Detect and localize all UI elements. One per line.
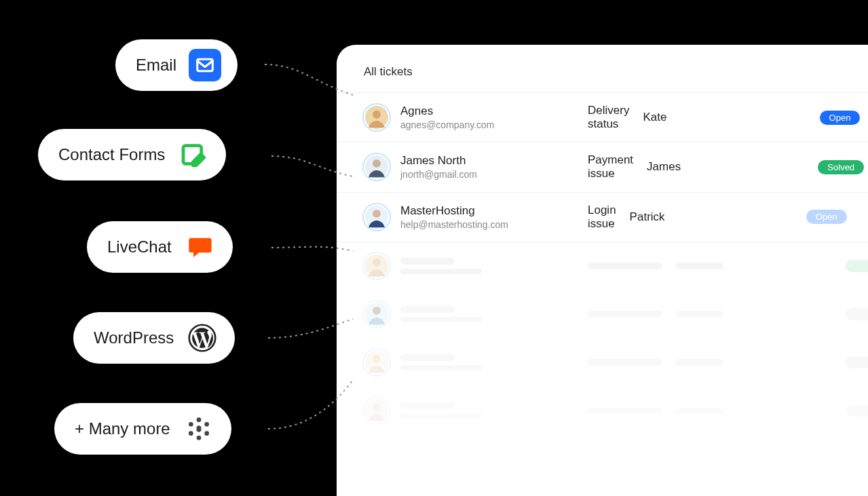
svg-point-2 (196, 417, 201, 422)
svg-point-11 (373, 159, 381, 168)
avatar (364, 349, 390, 375)
avatar (364, 301, 390, 327)
ticket-row-placeholder (337, 290, 868, 339)
wordpress-icon (186, 322, 219, 354)
ticket-user-email: jnorth@gmail.com (400, 168, 477, 180)
avatar (364, 154, 390, 180)
ticket-status-badge: Open (820, 111, 861, 125)
ticket-row[interactable]: MasterHosting help@masterhosting.com Log… (337, 193, 868, 242)
panel-title: All tickets (337, 45, 868, 93)
more-icon (183, 413, 215, 445)
form-icon (177, 138, 210, 171)
source-pill-livechat[interactable]: LiveChat (87, 221, 233, 273)
tickets-panel: All tickets Agnes agnes@company.com Deli… (337, 45, 868, 496)
ticket-assignee: James (647, 160, 769, 174)
svg-point-15 (373, 259, 381, 267)
ticket-row-placeholder (337, 387, 868, 435)
sources-column: Email Contact Forms LiveChat WordPress +… (0, 0, 339, 496)
ticket-assignee: Patrick (630, 210, 752, 224)
source-label: + Many more (75, 419, 170, 438)
ticket-assignee: Kate (643, 111, 765, 124)
avatar (364, 204, 390, 230)
avatar (364, 104, 390, 130)
svg-point-4 (204, 422, 209, 427)
ticket-user-email: help@masterhosting.com (400, 218, 508, 231)
ticket-user-name: MasterHosting (400, 204, 508, 218)
source-label: Email (136, 56, 176, 75)
ticket-user-email: agnes@company.com (400, 119, 494, 131)
svg-rect-0 (197, 59, 213, 71)
ticket-row-placeholder (337, 339, 868, 387)
svg-point-6 (204, 431, 209, 436)
svg-point-3 (189, 422, 193, 427)
source-pill-contact-forms[interactable]: Contact Forms (38, 129, 226, 180)
ticket-user-name: Agnes (400, 104, 494, 119)
svg-point-21 (373, 403, 381, 411)
source-pill-email[interactable]: Email (115, 39, 238, 91)
source-pill-wordpress[interactable]: WordPress (73, 312, 235, 364)
source-label: Contact Forms (58, 145, 165, 164)
source-label: LiveChat (107, 237, 172, 256)
avatar (364, 398, 390, 423)
ticket-user-name: James North (400, 153, 477, 168)
ticket-subject: Delivery status (588, 104, 629, 131)
source-label: WordPress (94, 328, 174, 347)
svg-point-19 (373, 355, 381, 363)
ticket-status-badge: Solved (818, 160, 864, 174)
ticket-row[interactable]: James North jnorth@gmail.com Payment iss… (337, 142, 868, 192)
ticket-subject: Login issue (588, 204, 616, 231)
svg-point-9 (373, 111, 381, 119)
livechat-icon (184, 231, 216, 263)
email-icon (189, 49, 221, 81)
svg-point-7 (196, 436, 201, 440)
svg-point-17 (373, 307, 381, 315)
svg-point-13 (373, 210, 381, 218)
source-pill-many-more[interactable]: + Many more (54, 403, 231, 455)
ticket-row-placeholder (337, 242, 868, 290)
avatar (364, 253, 390, 279)
ticket-row[interactable]: Agnes agnes@company.com Delivery status … (337, 93, 868, 142)
svg-point-5 (189, 431, 193, 436)
ticket-subject: Payment issue (588, 153, 633, 180)
ticket-status-badge: Open (806, 210, 847, 224)
